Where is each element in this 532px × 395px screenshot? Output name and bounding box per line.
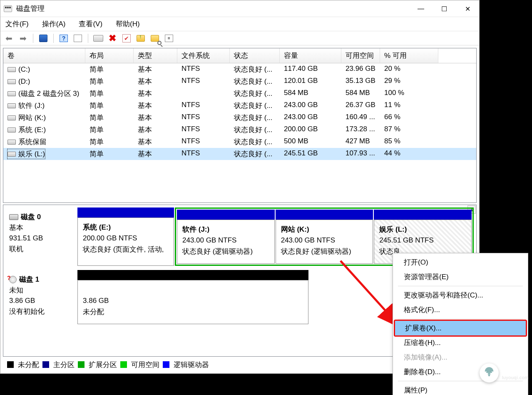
volume-capacity: 584 MB xyxy=(280,88,341,100)
partition-software-j[interactable]: 软件 (J:) 243.00 GB NTFS 状态良好 (逻辑驱动器) xyxy=(177,210,275,264)
partition-status: 状态良好 (页面文件, 活动, xyxy=(83,245,164,253)
volume-type: 基本 xyxy=(134,100,177,112)
folder-up-icon[interactable]: ↑ xyxy=(136,33,146,43)
volume-capacity: 200.00 GB xyxy=(280,124,341,136)
volume-type: 基本 xyxy=(134,63,177,75)
volume-name: 网站 (K:) xyxy=(18,113,46,122)
ctx-explorer[interactable]: 资源管理器(E) xyxy=(394,270,527,284)
volume-fs: NTFS xyxy=(177,75,230,88)
column-percent[interactable]: % 可用 xyxy=(380,48,438,63)
volume-layout: 简单 xyxy=(85,75,134,88)
volume-capacity: 117.40 GB xyxy=(280,63,341,75)
ctx-change-letter[interactable]: 更改驱动器号和路径(C)... xyxy=(394,288,527,302)
ctx-separator xyxy=(398,319,523,319)
menu-file[interactable]: 文件(F) xyxy=(4,18,30,30)
volume-row[interactable]: (磁盘 2 磁盘分区 3)简单基本状态良好 (...584 MB584 MB10… xyxy=(3,88,476,100)
volume-type: 基本 xyxy=(134,124,177,136)
menu-bar: 文件(F) 操作(A) 查看(V) 帮助(H) xyxy=(0,17,479,31)
ctx-format[interactable]: 格式化(F)... xyxy=(394,302,527,317)
volume-icon xyxy=(7,91,16,96)
menu-view[interactable]: 查看(V) xyxy=(77,18,104,30)
help-icon[interactable]: ? xyxy=(59,33,69,43)
check-icon[interactable]: ✔ xyxy=(122,33,132,43)
volume-list[interactable]: 卷 布局 类型 文件系统 状态 容量 可用空间 % 可用 (C:)简单基本NTF… xyxy=(3,48,477,203)
maximize-button[interactable]: ☐ xyxy=(433,0,456,17)
folder-search-icon[interactable] xyxy=(150,33,160,43)
disk-0-info[interactable]: 磁盘 0 基本 931.51 GB 联机 xyxy=(6,208,77,266)
forward-icon[interactable]: ➡ xyxy=(18,33,28,43)
volume-status: 状态良好 (... xyxy=(230,136,280,148)
partition-status: 状态良好 (逻辑驱动器) xyxy=(182,248,253,255)
volume-row[interactable]: 娱乐 (L:)简单基本NTFS状态良好 (...245.51 GB107.93 … xyxy=(3,148,476,160)
volume-percent: 20 % xyxy=(380,63,438,75)
ctx-separator xyxy=(398,286,523,286)
column-type[interactable]: 类型 xyxy=(134,48,177,63)
disk-1-info[interactable]: 磁盘 1 未知 3.86 GB 没有初始化 xyxy=(6,270,77,324)
menu-help[interactable]: 帮助(H) xyxy=(114,18,142,30)
column-status[interactable]: 状态 xyxy=(230,48,280,63)
column-layout[interactable]: 布局 xyxy=(85,48,134,63)
menu-action[interactable]: 操作(A) xyxy=(40,18,67,30)
volume-row[interactable]: 软件 (J:)简单基本NTFS状态良好 (...243.00 GB26.37 G… xyxy=(3,100,476,112)
volume-name: 软件 (J:) xyxy=(18,101,45,110)
volume-icon xyxy=(7,140,16,145)
volume-name: 娱乐 (L:) xyxy=(18,149,45,159)
volume-type: 基本 xyxy=(134,112,177,124)
legend-primary-swatch xyxy=(42,361,49,368)
properties-icon[interactable]: ≡ xyxy=(164,33,174,43)
partition-website-k[interactable]: 网站 (K:) 243.00 GB NTFS 状态良好 (逻辑驱动器) xyxy=(276,210,373,264)
volume-name: (D:) xyxy=(18,78,30,86)
ctx-properties[interactable]: 属性(P) xyxy=(394,383,527,395)
partition-size: 243.00 GB NTFS xyxy=(182,236,236,244)
volume-row[interactable]: (D:)简单基本NTFS状态良好 (...120.01 GB35.13 GB29… xyxy=(3,75,476,88)
volume-percent: 100 % xyxy=(380,88,438,100)
separator xyxy=(53,34,54,43)
disk-1-size: 3.86 GB xyxy=(9,295,74,306)
partition-label: 系统 (E:) xyxy=(83,223,111,231)
volume-fs: NTFS xyxy=(177,112,230,124)
volume-icon xyxy=(7,128,16,132)
column-capacity[interactable]: 容量 xyxy=(280,48,341,63)
volume-name: (C:) xyxy=(18,65,30,74)
partition-status: 状态良好 (逻辑驱动器) xyxy=(281,248,351,255)
volume-free: 427 MB xyxy=(341,136,380,148)
volume-percent: 66 % xyxy=(380,112,438,124)
legend-unallocated-label: 未分配 xyxy=(18,360,39,370)
show-hide-console-icon[interactable] xyxy=(38,33,48,43)
ctx-extend-volume[interactable]: 扩展卷(X)... xyxy=(395,321,526,335)
back-icon[interactable]: ⬅ xyxy=(4,33,14,43)
partition-label: 软件 (J:) xyxy=(182,225,209,233)
partition-system-e[interactable]: 系统 (E:) 200.00 GB NTFS 状态良好 (页面文件, 活动, xyxy=(77,208,174,266)
drive-icon[interactable] xyxy=(93,33,103,43)
ctx-open[interactable]: 打开(O) xyxy=(394,255,527,270)
volume-row[interactable]: 系统 (E:)简单基本NTFS状态良好 (...200.00 GB173.28 … xyxy=(3,124,476,136)
volume-icon xyxy=(7,79,16,84)
volume-status: 状态良好 (... xyxy=(230,100,280,112)
column-free[interactable]: 可用空间 xyxy=(341,48,380,63)
volume-type: 基本 xyxy=(134,148,177,160)
volume-row[interactable]: 系统保留简单基本NTFS状态良好 (...500 MB427 MB85 % xyxy=(3,136,476,148)
volume-row[interactable]: 网站 (K:)简单基本NTFS状态良好 (...243.00 GB160.49 … xyxy=(3,112,476,124)
partition-size: 243.00 GB NTFS xyxy=(281,236,335,244)
ctx-add-mirror: 添加镜像(A)... xyxy=(394,350,527,365)
volume-icon xyxy=(7,115,16,120)
panel-icon[interactable] xyxy=(73,33,83,43)
volume-status: 状态良好 (... xyxy=(230,75,280,88)
volume-free: 160.49 ... xyxy=(341,112,380,124)
volume-header: 卷 布局 类型 文件系统 状态 容量 可用空间 % 可用 xyxy=(3,48,476,63)
volume-row[interactable]: (C:)简单基本NTFS状态良好 (...117.40 GB23.96 GB20… xyxy=(3,63,476,75)
volume-type: 基本 xyxy=(134,136,177,148)
delete-icon[interactable]: ✖ xyxy=(107,33,117,43)
watermark-text: 路由器 xyxy=(502,366,529,375)
volume-free: 584 MB xyxy=(341,88,380,100)
watermark-icon xyxy=(480,363,499,382)
close-button[interactable]: ✕ xyxy=(456,0,479,17)
column-filesystem[interactable]: 文件系统 xyxy=(177,48,230,63)
minimize-button[interactable]: — xyxy=(409,0,433,17)
column-volume[interactable]: 卷 xyxy=(3,48,85,63)
legend-free-label: 可用空间 xyxy=(131,360,159,370)
partition-label: 娱乐 (L:) xyxy=(379,225,407,233)
ctx-shrink-volume[interactable]: 压缩卷(H)... xyxy=(394,335,527,350)
legend-primary-label: 主分区 xyxy=(53,360,75,370)
partition-unallocated[interactable]: 3.86 GB 未分配 xyxy=(77,270,308,324)
